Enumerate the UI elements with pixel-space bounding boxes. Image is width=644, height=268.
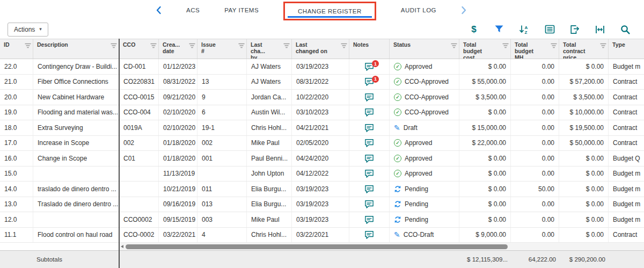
- column-header-total_budget_mh[interactable]: Total budget MH: [511, 39, 559, 59]
- tab-audit-log[interactable]: AUDIT LOG: [401, 7, 436, 13]
- column-header-cco[interactable]: CCO: [119, 39, 159, 59]
- notes-icon: [364, 200, 374, 208]
- tabs-scroll-right-icon[interactable]: [461, 6, 467, 15]
- frozen-pane-divider[interactable]: [119, 39, 120, 268]
- cell-created_date: 11/13/2019: [159, 166, 197, 182]
- column-header-last_changed_by[interactable]: Last cha... by: [247, 39, 292, 59]
- column-filter-icon[interactable]: [600, 43, 606, 48]
- cell-id: 18.0: [0, 120, 33, 135]
- cell-created_date: 10/21/2019: [159, 182, 197, 197]
- cell-created_date: 09/15/2019: [159, 212, 197, 227]
- cell-notes[interactable]: [349, 136, 390, 151]
- cell-total_contract_price: $ 0.00: [559, 228, 609, 243]
- scroll-left-arrow-icon[interactable]: [121, 245, 123, 248]
- table-row[interactable]: 13.0Traslado de dinero dentro ...09/16/2…: [0, 197, 644, 213]
- notes-icon: [364, 215, 374, 224]
- tabs-scroll-left-icon[interactable]: [156, 6, 162, 15]
- cell-issue: 002: [197, 136, 247, 151]
- cell-description: [33, 212, 119, 227]
- column-filter-icon[interactable]: [150, 43, 157, 48]
- column-header-issue[interactable]: Issue #: [197, 39, 247, 59]
- table-row[interactable]: 14.0traslado de dinero dentro ...10/21/2…: [0, 182, 644, 197]
- scrollbar-thumb[interactable]: [126, 244, 508, 249]
- column-header-type[interactable]: Type: [609, 39, 644, 59]
- column-header-total_contract_price[interactable]: Total contract price$: [559, 39, 609, 59]
- cell-notes[interactable]: [349, 197, 390, 212]
- table-row[interactable]: 22.0Contingency Draw - Buildi...CD-00101…: [0, 59, 644, 75]
- tab-acs[interactable]: ACS: [186, 7, 200, 13]
- column-resize-icon[interactable]: [594, 24, 606, 35]
- cell-total_budget_mh: 0.00: [511, 59, 559, 74]
- cell-total_contract_price: $ 0.00: [559, 182, 609, 197]
- table-row[interactable]: 17.0Increase in Scope00201/18/2020002Mik…: [0, 136, 644, 151]
- column-header-status[interactable]: Status: [390, 39, 459, 59]
- cell-notes[interactable]: [349, 105, 390, 120]
- cell-notes[interactable]: [349, 228, 390, 243]
- cell-issue: 013: [197, 197, 247, 212]
- list-view-icon[interactable]: [544, 24, 555, 35]
- table-row[interactable]: 18.0Extra Surveying0019A02/10/202019-1Ch…: [0, 120, 644, 136]
- column-header-id[interactable]: ID: [0, 39, 33, 59]
- column-header-description[interactable]: Description: [33, 39, 119, 59]
- table-row[interactable]: 15.011/13/2019John Upton04/12/2022✓Appro…: [0, 166, 644, 182]
- cell-notes[interactable]: [349, 166, 390, 182]
- column-filter-icon[interactable]: [341, 43, 347, 48]
- table-row[interactable]: 16.0Change in ScopeC0101/18/2020001Paul …: [0, 151, 644, 166]
- column-filter-icon[interactable]: [283, 43, 290, 48]
- column-header-last_changed_on[interactable]: Last changed on: [292, 39, 349, 59]
- caret-down-icon: ▾: [39, 27, 42, 32]
- cell-description: New Cabinet Hardware: [33, 90, 119, 105]
- cell-created_date: 01/18/2020: [159, 151, 197, 166]
- cell-cco: 002: [119, 136, 159, 151]
- column-header-created_date[interactable]: Crea... date: [159, 39, 197, 59]
- column-filter-icon[interactable]: [111, 43, 117, 48]
- tab-change-register[interactable]: CHANGE REGISTER: [283, 0, 376, 20]
- active-tab-underline: [288, 16, 372, 18]
- table-row[interactable]: 12.0CCO000209/15/2019003Mike Paul03/19/2…: [0, 212, 644, 228]
- tab-pay-items[interactable]: PAY ITEMS: [224, 7, 259, 13]
- actions-button[interactable]: Actions ▾: [8, 23, 48, 37]
- column-filter-icon[interactable]: [189, 43, 195, 48]
- column-header-notes[interactable]: Notes: [349, 39, 390, 59]
- column-label: Status: [393, 41, 411, 48]
- table-row[interactable]: 19.0Flooding and material was...CCO-0040…: [0, 105, 644, 121]
- table-row[interactable]: 21.0Fiber Office ConnectionsCO22083108/3…: [0, 75, 644, 90]
- cell-notes[interactable]: 1: [349, 59, 390, 74]
- cell-notes[interactable]: [349, 212, 390, 227]
- column-filter-icon[interactable]: [502, 43, 509, 48]
- horizontal-scrollbar[interactable]: [119, 243, 644, 250]
- cell-notes[interactable]: [349, 120, 390, 135]
- status-approved-icon: ✓: [394, 108, 401, 116]
- cell-status: Pending: [390, 182, 459, 197]
- cell-type: Budget m: [609, 182, 644, 197]
- table-row[interactable]: 11.1Flood control on haul roadCCO-000203…: [0, 228, 644, 243]
- cell-notes[interactable]: [349, 151, 390, 166]
- table-row[interactable]: 20.0New Cabinet HardwareCCO-001509/21/20…: [0, 90, 644, 105]
- cell-last_changed_on: 03/19/2023: [292, 212, 349, 227]
- column-header-total_budget_cost[interactable]: Total budget cost$: [459, 39, 511, 59]
- search-icon[interactable]: [619, 24, 631, 35]
- status-label: Approved: [405, 139, 432, 147]
- cell-notes[interactable]: [349, 90, 390, 105]
- status-label: Approved: [405, 63, 432, 70]
- notes-count-badge: 1: [372, 60, 379, 67]
- column-filter-icon[interactable]: [451, 43, 457, 48]
- cell-last_changed_on: 03/22/2021: [292, 228, 349, 243]
- filter-icon[interactable]: [493, 24, 505, 35]
- cell-total_budget_mh: 0.00: [511, 120, 559, 135]
- cell-total_contract_price: $ 3,500.00: [559, 90, 609, 105]
- column-label: Crea... date: [163, 41, 180, 54]
- column-filter-icon[interactable]: [551, 43, 557, 48]
- cell-notes[interactable]: [349, 182, 390, 197]
- cell-notes[interactable]: 1: [349, 75, 390, 90]
- cell-total_budget_cost: $ 15,000.00: [459, 120, 511, 135]
- cell-description: Flooding and material was...: [33, 105, 119, 120]
- currency-icon[interactable]: $: [468, 24, 480, 35]
- column-filter-icon[interactable]: [25, 43, 31, 48]
- cell-last_changed_on: 10/22/2020: [292, 90, 349, 105]
- export-icon[interactable]: [569, 24, 581, 35]
- column-filter-icon[interactable]: [238, 43, 245, 48]
- cell-cco: CCO0002: [119, 212, 159, 227]
- cell-created_date: 02/10/2020: [159, 105, 197, 120]
- sort-az-icon[interactable]: AZ: [518, 24, 530, 35]
